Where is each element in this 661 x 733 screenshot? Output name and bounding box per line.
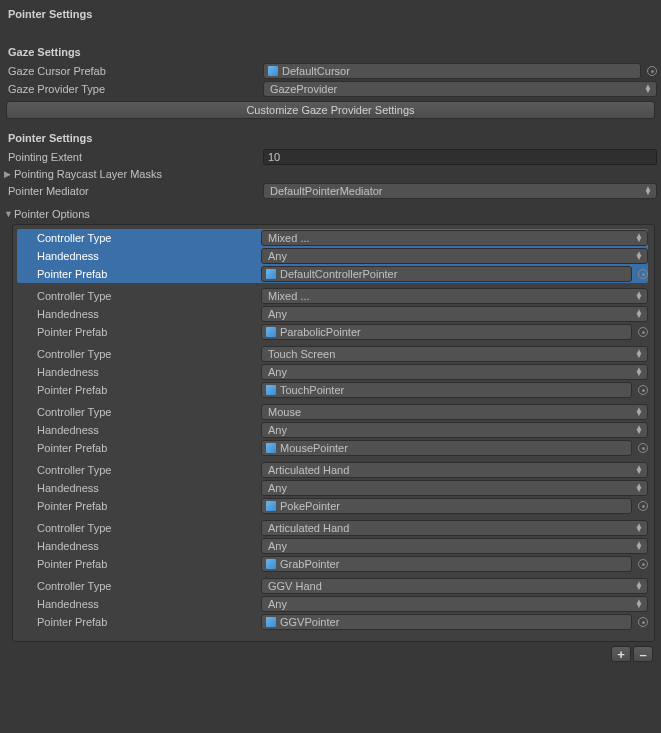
handedness-label: Handedness — [19, 598, 261, 610]
handedness-value: Any — [268, 308, 287, 320]
gaze-provider-dropdown[interactable]: GazeProvider ▲▼ — [263, 81, 657, 97]
controller-type-label: Controller Type — [19, 580, 261, 592]
handedness-label: Handedness — [19, 424, 261, 436]
dropdown-arrows-icon: ▲▼ — [635, 234, 643, 242]
dropdown-arrows-icon: ▲▼ — [635, 484, 643, 492]
pointer-prefab-field[interactable]: ParabolicPointer — [261, 324, 632, 340]
pointer-prefab-value: GrabPointer — [280, 558, 339, 570]
controller-type-label: Controller Type — [19, 348, 261, 360]
foldout-arrow-icon: ▶ — [4, 169, 14, 179]
pointer-prefab-field[interactable]: MousePointer — [261, 440, 632, 456]
handedness-value: Any — [268, 424, 287, 436]
pointer-header: Pointer Settings — [4, 128, 657, 148]
prefab-picker[interactable] — [634, 441, 648, 455]
gaze-provider-value: GazeProvider — [270, 83, 337, 95]
gaze-header: Gaze Settings — [4, 42, 657, 62]
controller-type-value: Touch Screen — [268, 348, 335, 360]
handedness-dropdown[interactable]: Any ▲▼ — [261, 596, 648, 612]
pointer-prefab-field[interactable]: DefaultControllerPointer — [261, 266, 632, 282]
pointer-option[interactable]: Controller Type Mixed ... ▲▼ Handedness … — [17, 229, 648, 283]
pointer-prefab-label: Pointer Prefab — [19, 558, 261, 570]
pointer-option[interactable]: Controller Type Articulated Hand ▲▼ Hand… — [17, 461, 648, 515]
pointer-prefab-field[interactable]: TouchPointer — [261, 382, 632, 398]
mediator-dropdown[interactable]: DefaultPointerMediator ▲▼ — [263, 183, 657, 199]
prefab-picker[interactable] — [634, 325, 648, 339]
pointer-option[interactable]: Controller Type Mixed ... ▲▼ Handedness … — [17, 287, 648, 341]
pointer-prefab-value: ParabolicPointer — [280, 326, 361, 338]
dropdown-arrows-icon: ▲▼ — [644, 187, 652, 195]
prefab-icon — [266, 617, 276, 627]
controller-type-dropdown[interactable]: Touch Screen ▲▼ — [261, 346, 648, 362]
pointer-option[interactable]: Controller Type GGV Hand ▲▼ Handedness A… — [17, 577, 648, 631]
controller-type-label: Controller Type — [19, 406, 261, 418]
pointer-options-foldout[interactable]: ▼ Pointer Options — [4, 206, 657, 222]
controller-type-value: Mixed ... — [268, 232, 310, 244]
controller-type-dropdown[interactable]: Mixed ... ▲▼ — [261, 230, 648, 246]
pointer-prefab-value: PokePointer — [280, 500, 340, 512]
controller-type-label: Controller Type — [19, 232, 261, 244]
pointer-option[interactable]: Controller Type Mouse ▲▼ Handedness Any … — [17, 403, 648, 457]
handedness-value: Any — [268, 482, 287, 494]
controller-type-value: GGV Hand — [268, 580, 322, 592]
handedness-dropdown[interactable]: Any ▲▼ — [261, 480, 648, 496]
pointer-prefab-field[interactable]: GrabPointer — [261, 556, 632, 572]
controller-type-dropdown[interactable]: Articulated Hand ▲▼ — [261, 520, 648, 536]
prefab-icon — [266, 501, 276, 511]
dropdown-arrows-icon: ▲▼ — [635, 408, 643, 416]
handedness-dropdown[interactable]: Any ▲▼ — [261, 364, 648, 380]
handedness-dropdown[interactable]: Any ▲▼ — [261, 422, 648, 438]
raycast-foldout[interactable]: ▶ Pointing Raycast Layer Masks — [4, 166, 657, 182]
pointer-prefab-value: MousePointer — [280, 442, 348, 454]
prefab-icon — [266, 385, 276, 395]
prefab-picker[interactable] — [634, 499, 648, 513]
controller-type-label: Controller Type — [19, 522, 261, 534]
dropdown-arrows-icon: ▲▼ — [635, 542, 643, 550]
controller-type-dropdown[interactable]: Mouse ▲▼ — [261, 404, 648, 420]
pointer-prefab-field[interactable]: GGVPointer — [261, 614, 632, 630]
controller-type-dropdown[interactable]: Mixed ... ▲▼ — [261, 288, 648, 304]
handedness-dropdown[interactable]: Any ▲▼ — [261, 306, 648, 322]
dropdown-arrows-icon: ▲▼ — [635, 524, 643, 532]
controller-type-value: Articulated Hand — [268, 464, 349, 476]
remove-option-button[interactable]: – — [633, 646, 653, 662]
pointer-prefab-field[interactable]: PokePointer — [261, 498, 632, 514]
add-option-button[interactable]: + — [611, 646, 631, 662]
pointer-option[interactable]: Controller Type Articulated Hand ▲▼ Hand… — [17, 519, 648, 573]
prefab-picker[interactable] — [634, 557, 648, 571]
controller-type-label: Controller Type — [19, 290, 261, 302]
controller-type-dropdown[interactable]: GGV Hand ▲▼ — [261, 578, 648, 594]
pointer-prefab-value: GGVPointer — [280, 616, 339, 628]
pointer-prefab-label: Pointer Prefab — [19, 384, 261, 396]
panel-title: Pointer Settings — [4, 4, 657, 24]
prefab-icon — [268, 66, 278, 76]
handedness-value: Any — [268, 540, 287, 552]
controller-type-dropdown[interactable]: Articulated Hand ▲▼ — [261, 462, 648, 478]
handedness-dropdown[interactable]: Any ▲▼ — [261, 538, 648, 554]
pointer-prefab-label: Pointer Prefab — [19, 500, 261, 512]
dropdown-arrows-icon: ▲▼ — [635, 582, 643, 590]
gaze-provider-label: Gaze Provider Type — [8, 83, 263, 95]
prefab-picker[interactable] — [634, 615, 648, 629]
pointer-options-label: Pointer Options — [14, 208, 90, 220]
pointing-extent-label: Pointing Extent — [8, 151, 263, 163]
gaze-cursor-field[interactable]: DefaultCursor — [263, 63, 641, 79]
pointer-prefab-label: Pointer Prefab — [19, 268, 261, 280]
handedness-value: Any — [268, 598, 287, 610]
dropdown-arrows-icon: ▲▼ — [635, 426, 643, 434]
handedness-dropdown[interactable]: Any ▲▼ — [261, 248, 648, 264]
controller-type-value: Mixed ... — [268, 290, 310, 302]
gaze-cursor-picker[interactable] — [643, 64, 657, 78]
raycast-label: Pointing Raycast Layer Masks — [14, 168, 162, 180]
pointing-extent-field[interactable]: 10 — [263, 149, 657, 165]
pointer-prefab-label: Pointer Prefab — [19, 616, 261, 628]
handedness-label: Handedness — [19, 366, 261, 378]
prefab-picker[interactable] — [634, 267, 648, 281]
customize-gaze-button[interactable]: Customize Gaze Provider Settings — [6, 101, 655, 119]
dropdown-arrows-icon: ▲▼ — [635, 600, 643, 608]
prefab-picker[interactable] — [634, 383, 648, 397]
handedness-label: Handedness — [19, 482, 261, 494]
dropdown-arrows-icon: ▲▼ — [635, 292, 643, 300]
pointer-prefab-label: Pointer Prefab — [19, 326, 261, 338]
pointer-option[interactable]: Controller Type Touch Screen ▲▼ Handedne… — [17, 345, 648, 399]
gaze-cursor-value: DefaultCursor — [282, 65, 350, 77]
